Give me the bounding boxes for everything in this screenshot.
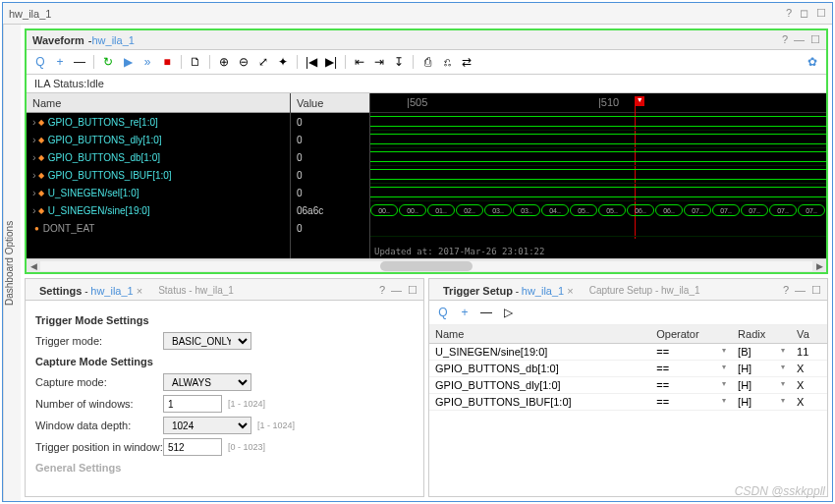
remove-icon[interactable]: — [72, 54, 87, 70]
window-titlebar: hw_ila_1 ? ◻ ☐ [3, 3, 832, 25]
depth-hint: [1 - 1024] [257, 420, 295, 430]
ila-status: ILA Status:Idle [27, 75, 826, 93]
waveform-title: Waveform [32, 34, 84, 46]
go-last-icon[interactable]: ▶| [323, 54, 339, 70]
ruler-tick: |510 [598, 96, 619, 108]
signal-row[interactable]: ›◆GPIO_BUTTONS_re[1:0] [27, 113, 290, 131]
col-radix: Radix [732, 325, 791, 344]
depth-select[interactable]: 1024 [163, 417, 251, 434]
num-windows-input[interactable] [163, 395, 222, 413]
go-first-icon[interactable]: |◀ [304, 54, 319, 70]
zoom-fit-icon[interactable]: ⤢ [255, 54, 271, 70]
zoom-in-icon[interactable]: ⊕ [216, 54, 232, 70]
waveform-scrollbar[interactable]: ◀ ▶ [27, 258, 826, 272]
help-icon[interactable]: ? [783, 284, 789, 297]
stop-icon[interactable]: ■ [159, 54, 175, 70]
add-icon[interactable]: + [52, 54, 68, 70]
signal-row[interactable]: ›◆GPIO_BUTTONS_dly[1:0] [27, 131, 290, 148]
zoom-out-icon[interactable]: ⊖ [236, 54, 251, 70]
export-icon[interactable]: ▷ [500, 305, 516, 320]
col-name: Name [429, 325, 650, 344]
wave-row [370, 219, 826, 237]
trig-pos-input[interactable] [163, 438, 222, 456]
marker-icon[interactable]: ⎙ [419, 54, 435, 70]
help-icon[interactable]: ? [786, 7, 792, 20]
swap-icon[interactable]: ⇄ [459, 54, 474, 70]
signal-row[interactable]: ›◆GPIO_BUTTONS_db[1:0] [27, 148, 290, 166]
trigger-setup-panel: Trigger Setup - hw_ila_1× Capture Setup … [428, 278, 828, 497]
window-title: hw_ila_1 [9, 8, 786, 20]
next-edge-icon[interactable]: ⇥ [371, 54, 387, 70]
signal-value: 0 [291, 219, 369, 237]
tab-trigger-setup[interactable]: Trigger Setup - hw_ila_1× [435, 282, 582, 300]
remove-icon[interactable]: — [478, 305, 494, 320]
waveform-view[interactable]: |505 |510 ▼ 00..00..01..02..03..03..04..… [370, 93, 826, 258]
waveform-subtitle: hw_ila_1 [91, 34, 134, 46]
maximize-icon[interactable]: ☐ [810, 33, 820, 46]
signal-row[interactable]: ›◆U_SINEGEN/sine[19:0] [27, 201, 290, 219]
tab-settings[interactable]: Settings - hw_ila_1× [31, 282, 150, 300]
col-operator: Operator [650, 325, 732, 344]
signal-row[interactable]: ›◆U_SINEGEN/sel[1:0] [27, 184, 290, 201]
capture-mode-select[interactable]: ALWAYS [163, 373, 251, 391]
trigger-row[interactable]: GPIO_BUTTONS_dly[1:0]==▾[H]▾X [429, 377, 827, 394]
help-icon[interactable]: ? [782, 33, 788, 46]
trigger-marker[interactable]: ▼ [635, 96, 644, 106]
add-icon[interactable]: + [457, 305, 473, 320]
dashboard-options-tab[interactable]: Dashboard Options [3, 25, 21, 501]
restore-icon[interactable]: ◻ [800, 7, 808, 20]
trig-pos-hint: [0 - 1023] [228, 442, 265, 452]
watermark: CSDN @sskkppll [735, 484, 825, 498]
signal-value: 0 [291, 113, 369, 131]
marker2-icon[interactable]: ⎌ [439, 54, 455, 70]
capture-mode-label: Capture mode: [35, 376, 163, 388]
trigger-mode-label: Trigger mode: [35, 335, 163, 347]
wave-row [370, 131, 826, 148]
wave-row [370, 113, 826, 131]
wave-row [370, 166, 826, 184]
trigger-mode-select[interactable]: BASIC_ONLY [163, 332, 251, 350]
minimize-icon[interactable]: — [391, 284, 402, 297]
maximize-icon[interactable]: ☐ [811, 284, 821, 297]
updated-timestamp: Updated at: 2017-Mar-26 23:01:22 [374, 247, 544, 256]
search-icon[interactable]: Q [32, 54, 48, 70]
signal-value: 0 [291, 184, 369, 201]
search-icon[interactable]: Q [435, 305, 451, 320]
maximize-icon[interactable]: ☐ [408, 284, 418, 297]
scroll-right-icon[interactable]: ▶ [812, 261, 826, 271]
wave-row [370, 184, 826, 201]
scroll-left-icon[interactable]: ◀ [27, 261, 40, 271]
signal-row[interactable]: ›◆GPIO_BUTTONS_IBUF[1:0] [27, 166, 290, 184]
minimize-icon[interactable]: — [794, 33, 805, 46]
ruler-tick: |505 [407, 96, 427, 108]
trigger-row[interactable]: GPIO_BUTTONS_db[1:0]==▾[H]▾X [429, 361, 827, 377]
value-column-header: Value [291, 93, 369, 113]
minimize-icon[interactable]: — [795, 284, 806, 297]
close-icon[interactable]: ☐ [816, 7, 826, 20]
trig-pos-label: Trigger position in window: [35, 441, 163, 453]
settings-gear-icon[interactable]: ✿ [805, 54, 820, 70]
num-windows-hint: [1 - 1024] [228, 399, 265, 409]
refresh-icon[interactable]: ↻ [100, 54, 116, 70]
trigger-row[interactable]: U_SINEGEN/sine[19:0]==▾[B]▾11 [429, 344, 827, 361]
help-icon[interactable]: ? [379, 284, 385, 297]
new-window-icon[interactable]: 🗋 [188, 54, 203, 70]
waveform-panel: Waveform - hw_ila_1 ? — ☐ Q + — ↻ ▶ [25, 28, 828, 274]
wave-bus-row: 00..00..01..02..03..03..04..05..05..06..… [370, 201, 826, 219]
prev-edge-icon[interactable]: ⇤ [352, 54, 367, 70]
tab-capture-setup[interactable]: Capture Setup - hw_ila_1 [582, 282, 708, 299]
run-all-icon[interactable]: » [139, 54, 155, 70]
general-settings-heading: General Settings [35, 462, 414, 474]
zoom-cursor-icon[interactable]: ✦ [275, 54, 291, 70]
next-transition-icon[interactable]: ↧ [391, 54, 407, 70]
tab-status[interactable]: Status - hw_ila_1 [150, 282, 242, 299]
capture-mode-heading: Capture Mode Settings [35, 356, 414, 367]
signal-row[interactable]: ●DONT_EAT [27, 219, 290, 237]
depth-label: Window data depth: [35, 420, 163, 431]
name-column-header: Name [27, 93, 290, 113]
wave-row [370, 148, 826, 166]
trigger-row[interactable]: GPIO_BUTTONS_IBUF[1:0]==▾[H]▾X [429, 394, 827, 411]
signal-value: 0 [291, 131, 369, 148]
trigger-mode-heading: Trigger Mode Settings [35, 314, 414, 326]
run-icon[interactable]: ▶ [120, 54, 136, 70]
